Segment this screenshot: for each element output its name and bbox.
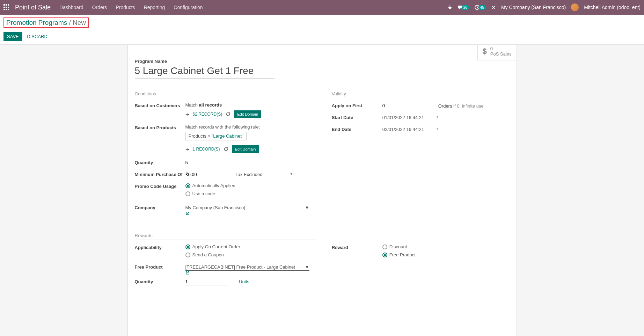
applicability-coupon-radio[interactable]: Send a Coupon: [185, 252, 321, 257]
label-free-product: Free Product: [135, 264, 185, 270]
section-conditions: Conditions: [135, 91, 321, 98]
topbar: Point of Sale Dashboard Orders Products …: [0, 0, 644, 15]
apply-on-first-input[interactable]: [382, 102, 435, 109]
nav-products[interactable]: Products: [116, 5, 135, 10]
products-edit-domain-button[interactable]: Edit Domain: [232, 145, 259, 153]
reward-free-product-radio[interactable]: Free Product: [382, 252, 510, 257]
avatar[interactable]: [571, 3, 579, 11]
topbar-right: 26 45 My Company (San Francisco) Mitchel…: [447, 3, 641, 11]
stat-count: 0: [490, 46, 512, 51]
discard-button[interactable]: Discard: [23, 32, 51, 41]
section-validity: Validity: [332, 91, 510, 98]
radio-icon: [382, 253, 387, 257]
customers-edit-domain-button[interactable]: Edit Domain: [234, 110, 261, 118]
nav-dashboard[interactable]: Dashboard: [59, 5, 83, 10]
label-reward: Reward: [332, 244, 382, 250]
nav-reporting[interactable]: Reporting: [144, 5, 165, 10]
section-rewards: Rewards: [135, 233, 316, 240]
reward-quantity-input[interactable]: [185, 278, 227, 285]
radio-icon: [185, 183, 190, 188]
tax-option-select[interactable]: Tax Excluded ▼: [235, 171, 293, 178]
min-purchase-input[interactable]: [185, 171, 231, 178]
quantity-input[interactable]: [185, 159, 213, 166]
label-start-date: Start Date: [332, 114, 382, 120]
reward-discount-radio[interactable]: Discount: [382, 244, 510, 249]
dollar-icon: $: [483, 47, 487, 56]
chevron-down-icon: ▾: [437, 127, 438, 132]
label-end-date: End Date: [332, 126, 382, 132]
free-product-select[interactable]: [FREELARGECABINET] Free Product - Large …: [185, 264, 309, 271]
nav-orders[interactable]: Orders: [92, 5, 107, 10]
nav-configuration[interactable]: Configuration: [174, 5, 203, 10]
program-name-label: Program Name: [135, 59, 510, 64]
radio-icon: [185, 191, 190, 196]
refresh-icon[interactable]: [226, 112, 230, 117]
breadcrumb-root[interactable]: Promotion Programs: [6, 19, 67, 26]
user-menu[interactable]: Mitchell Admin (odoo_ent): [584, 5, 641, 10]
promo-auto-radio[interactable]: Automatically Applied: [185, 183, 321, 188]
reward-quantity-units: Units: [239, 279, 249, 284]
refresh-icon[interactable]: [224, 147, 228, 152]
company-select[interactable]: My Company (San Francisco) ▼: [185, 204, 309, 211]
breadcrumb-sep: /: [67, 19, 73, 26]
label-reward-quantity: Quantity: [135, 278, 185, 284]
external-link-icon[interactable]: [185, 211, 321, 216]
activity-badge: 45: [478, 5, 486, 10]
nav-menu: Dashboard Orders Products Reporting Conf…: [59, 5, 447, 10]
chevron-down-icon: ▼: [305, 264, 309, 270]
customers-match-text: Match all records: [185, 102, 222, 108]
breadcrumb: Promotion Programs / New: [3, 17, 89, 28]
chevron-down-icon: ▾: [437, 115, 438, 120]
arrow-right-icon: ➔: [185, 112, 189, 117]
radio-icon: [185, 244, 190, 249]
stat-label: PoS Sales: [490, 51, 512, 57]
control-bar: Promotion Programs / New Save Discard: [0, 15, 644, 45]
pos-sales-statbox[interactable]: $ 0 PoS Sales: [477, 45, 517, 60]
label-promo-code-usage: Promo Code Usage: [135, 183, 185, 189]
breadcrumb-current: New: [73, 19, 86, 26]
apps-icon[interactable]: [3, 4, 10, 10]
label-apply-on-first: Apply on First: [332, 102, 382, 108]
radio-icon: [185, 253, 190, 257]
arrow-right-icon: ➔: [185, 147, 189, 152]
products-records-link[interactable]: 1 record(s): [193, 147, 220, 152]
label-min-purchase: Minimum Purchase Of: [135, 171, 185, 177]
external-link-icon[interactable]: [185, 271, 321, 275]
promo-code-radio[interactable]: Use a code: [185, 191, 321, 196]
messages-icon[interactable]: 26: [458, 5, 469, 10]
bug-icon[interactable]: [447, 5, 452, 10]
svg-point-0: [448, 6, 451, 9]
applicability-current-radio[interactable]: Apply On Current Order: [185, 244, 321, 249]
chevron-down-icon: ▼: [305, 205, 309, 210]
label-based-on-products: Based on Products: [135, 124, 185, 130]
radio-icon: [382, 244, 387, 249]
label-based-on-customers: Based on Customers: [135, 102, 185, 108]
tools-icon[interactable]: [491, 5, 496, 10]
form-background: $ 0 PoS Sales Program Name Conditions Ba…: [0, 45, 644, 336]
chevron-down-icon: ▼: [290, 172, 293, 177]
apply-on-first-help: Orders if 0, infinite use: [438, 103, 484, 109]
save-button[interactable]: Save: [3, 32, 22, 41]
form-sheet: $ 0 PoS Sales Program Name Conditions Ba…: [127, 45, 517, 336]
company-switcher[interactable]: My Company (San Francisco): [501, 5, 566, 10]
products-match-text: Match records with the following rule:: [185, 124, 260, 130]
start-date-input[interactable]: 01/01/2022 16:44:21 ▾: [382, 114, 438, 121]
products-rule-chip: Products = "Large Cabinet": [185, 132, 247, 140]
customers-records-link[interactable]: 62 record(s): [193, 112, 222, 117]
label-company: Company: [135, 204, 185, 210]
label-quantity: Quantity: [135, 159, 185, 165]
end-date-input[interactable]: 02/01/2022 16:44:21 ▾: [382, 126, 438, 133]
activity-icon[interactable]: 45: [474, 5, 486, 10]
program-name-input[interactable]: [135, 65, 275, 79]
messages-badge: 26: [462, 5, 469, 10]
label-applicability: Applicability: [135, 244, 185, 250]
app-title: Point of Sale: [15, 4, 51, 11]
